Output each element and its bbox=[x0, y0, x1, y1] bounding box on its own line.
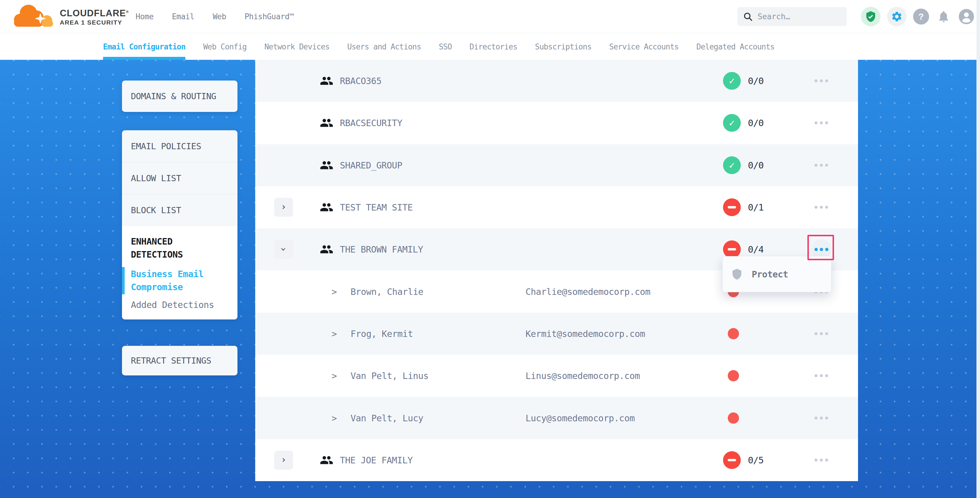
content-area: DOMAINS & ROUTING EMAIL POLICIES ALLOW L… bbox=[0, 60, 980, 498]
status-count: 0/1 bbox=[748, 202, 764, 213]
row-menu-button[interactable] bbox=[809, 324, 834, 343]
group-icon bbox=[320, 453, 333, 467]
tab-email-configuration[interactable]: Email Configuration bbox=[103, 33, 185, 60]
group-name: TEST TEAM SITE bbox=[340, 202, 413, 213]
group-name: THE BROWN FAMILY bbox=[340, 244, 423, 255]
status-badge-fail bbox=[723, 240, 741, 258]
sidebar-item-block-list[interactable]: BLOCK LIST bbox=[122, 194, 237, 226]
sidebar-item-retract-settings[interactable]: RETRACT SETTINGS bbox=[122, 346, 237, 375]
group-name: RBACO365 bbox=[340, 76, 382, 86]
group-icon bbox=[320, 158, 333, 172]
status-badge-fail bbox=[723, 198, 741, 216]
status-dot-fail bbox=[728, 412, 739, 424]
status-badge-pass: ✓ bbox=[723, 114, 741, 132]
member-email: Kermit@somedemocorp.com bbox=[525, 328, 645, 339]
sidebar-item-domains-routing[interactable]: DOMAINS & ROUTING bbox=[122, 81, 237, 112]
cloudflare-cloud-icon bbox=[11, 1, 58, 32]
table-row: RBACO365 ✓ 0/0 bbox=[255, 60, 858, 102]
group-icon bbox=[320, 116, 333, 130]
sidebar-policies-card: EMAIL POLICIES ALLOW LIST BLOCK LIST ENH… bbox=[122, 130, 237, 320]
status-badge-pass: ✓ bbox=[723, 156, 741, 174]
top-bar: CLOUDFLARE® AREA 1 SECURITY Home Email W… bbox=[0, 0, 980, 33]
chevron-down-icon: › bbox=[279, 247, 288, 252]
shield-check-icon[interactable] bbox=[861, 7, 881, 26]
tab-delegated-accounts[interactable]: Delegated Accounts bbox=[696, 33, 775, 60]
table-row: RBACSECURITY ✓ 0/0 bbox=[255, 102, 858, 144]
status-badge-fail bbox=[723, 451, 741, 469]
cloudflare-logo: CLOUDFLARE® AREA 1 SECURITY bbox=[11, 1, 129, 32]
row-menu-button[interactable] bbox=[809, 450, 834, 469]
chevron-right-icon: › bbox=[281, 455, 286, 464]
status-count: 0/4 bbox=[748, 244, 764, 255]
row-menu-button[interactable] bbox=[809, 113, 834, 132]
registered-mark: ® bbox=[126, 10, 129, 14]
member-name: Van Pelt, Linus bbox=[350, 371, 428, 381]
group-name: RBACSECURITY bbox=[340, 118, 402, 128]
group-icon bbox=[320, 242, 333, 256]
row-menu-button[interactable] bbox=[809, 366, 834, 385]
chevron-right-icon: > bbox=[332, 328, 337, 339]
expand-button[interactable]: › bbox=[274, 198, 293, 217]
table-row: › TEST TEAM SITE 0/1 bbox=[255, 186, 858, 228]
check-icon: ✓ bbox=[729, 76, 735, 86]
row-menu-button[interactable] bbox=[809, 156, 834, 175]
search-icon bbox=[743, 11, 753, 22]
expand-button[interactable]: › bbox=[274, 450, 293, 469]
table-row: > Van Pelt, Linus Linus@somedemocorp.com bbox=[255, 355, 858, 397]
member-name: Van Pelt, Lucy bbox=[350, 413, 423, 423]
table-row: > Van Pelt, Lucy Lucy@somedemocorp.com bbox=[255, 397, 858, 439]
group-name: THE JOE FAMILY bbox=[340, 455, 413, 465]
sidebar-item-enhanced-detections[interactable]: ENHANCED DETECTIONS bbox=[131, 235, 228, 261]
tab-subscriptions[interactable]: Subscriptions bbox=[535, 33, 592, 60]
check-icon: ✓ bbox=[729, 161, 735, 170]
status-dot-fail bbox=[728, 370, 739, 381]
tab-web-config[interactable]: Web Config bbox=[203, 33, 247, 60]
row-menu-button[interactable] bbox=[809, 409, 834, 428]
sidebar-item-added-detections[interactable]: Added Detections bbox=[131, 300, 228, 310]
group-icon bbox=[320, 74, 333, 88]
tab-users-and-actions[interactable]: Users and Actions bbox=[347, 33, 421, 60]
tab-directories[interactable]: Directories bbox=[469, 33, 517, 60]
scrollbar[interactable] bbox=[977, 0, 980, 498]
search-box[interactable] bbox=[738, 7, 847, 26]
group-icon bbox=[320, 200, 333, 214]
status-count: 0/0 bbox=[748, 160, 764, 170]
header-icons: ? bbox=[861, 0, 975, 33]
sidebar-item-email-policies[interactable]: EMAIL POLICIES bbox=[122, 130, 237, 162]
member-email: Charlie@somedemocorp.com bbox=[525, 286, 650, 297]
status-badge-pass: ✓ bbox=[723, 72, 741, 90]
account-icon[interactable] bbox=[958, 8, 975, 25]
status-count: 0/0 bbox=[748, 118, 764, 128]
sidebar-item-allow-list[interactable]: ALLOW LIST bbox=[122, 162, 237, 194]
app-window: CLOUDFLARE® AREA 1 SECURITY Home Email W… bbox=[0, 0, 980, 498]
nav-web[interactable]: Web bbox=[213, 12, 226, 21]
tab-service-accounts[interactable]: Service Accounts bbox=[609, 33, 679, 60]
search-input[interactable] bbox=[758, 12, 842, 21]
section-tabbar: Email Configuration Web Config Network D… bbox=[0, 33, 980, 60]
minus-icon bbox=[728, 459, 736, 461]
primary-nav: Home Email Web PhishGuard™ bbox=[135, 0, 294, 33]
context-menu: Protect bbox=[722, 256, 831, 292]
chevron-right-icon: > bbox=[332, 413, 337, 423]
shield-icon bbox=[731, 268, 743, 280]
nav-email[interactable]: Email bbox=[172, 12, 194, 21]
menu-item-protect[interactable]: Protect bbox=[752, 269, 788, 280]
collapse-button[interactable]: › bbox=[274, 240, 293, 259]
table-row: > Frog, Kermit Kermit@somedemocorp.com bbox=[255, 313, 858, 355]
tab-network-devices[interactable]: Network Devices bbox=[264, 33, 329, 60]
tab-sso[interactable]: SSO bbox=[439, 33, 452, 60]
help-icon[interactable]: ? bbox=[913, 9, 929, 25]
highlight-box bbox=[807, 235, 834, 260]
table-row: › THE JOE FAMILY 0/5 bbox=[255, 439, 858, 481]
chevron-right-icon: > bbox=[332, 286, 337, 297]
notifications-bell-icon[interactable] bbox=[935, 9, 951, 25]
row-menu-button[interactable] bbox=[809, 198, 834, 217]
nav-phishguard[interactable]: PhishGuard™ bbox=[245, 12, 294, 21]
settings-gear-icon[interactable] bbox=[887, 7, 907, 26]
enhanced-detections-section: ENHANCED DETECTIONS Business Email Compr… bbox=[122, 226, 237, 320]
chevron-right-icon: > bbox=[332, 371, 337, 381]
sidebar-item-business-email-compromise[interactable]: Business Email Compromise bbox=[131, 268, 228, 294]
row-menu-button[interactable] bbox=[809, 72, 834, 90]
nav-home[interactable]: Home bbox=[135, 12, 154, 21]
minus-icon bbox=[728, 248, 736, 250]
